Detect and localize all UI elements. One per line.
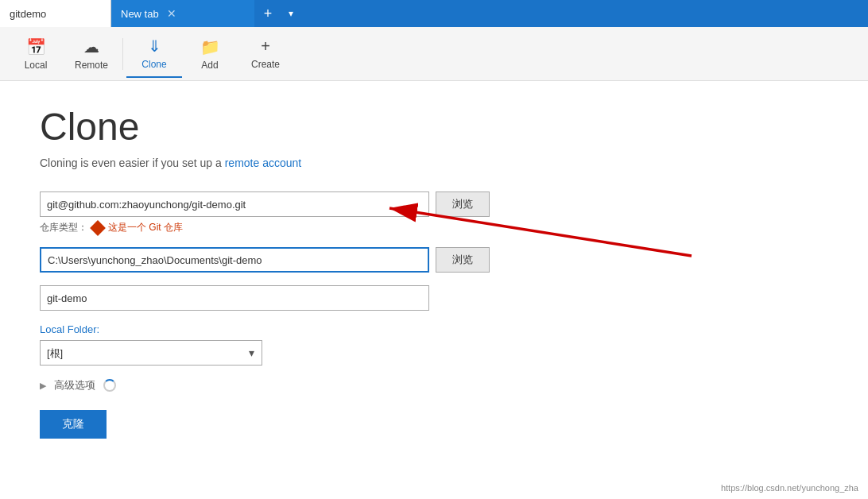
toolbar-remote[interactable]: ☁ Remote	[64, 30, 119, 78]
tab-add-button[interactable]: +	[254, 0, 281, 27]
add-icon: 📁	[200, 37, 220, 56]
footer-url: https://blog.csdn.net/yunchong_zha	[721, 483, 858, 493]
toolbar-clone[interactable]: ⇓ Clone	[126, 30, 182, 78]
page-title: Clone	[40, 105, 828, 149]
remote-icon: ☁	[83, 37, 99, 56]
local-folder-form-group: Local Folder: [根]	[40, 323, 828, 366]
local-path-input-row: 浏览	[40, 247, 828, 273]
local-folder-select-wrapper: [根]	[40, 340, 262, 366]
advanced-arrow-icon: ▶	[40, 381, 46, 391]
create-icon: +	[261, 37, 270, 56]
toolbar: 📅 Local ☁ Remote ⇓ Clone 📁 Add + Create	[0, 27, 868, 81]
repo-type-prefix: 仓库类型：	[40, 221, 87, 234]
title-bar: gitdemo New tab ✕ + ▾	[0, 0, 868, 27]
advanced-label: 高级选项	[54, 378, 95, 393]
remote-account-link[interactable]: remote account	[225, 157, 302, 169]
tab-gitdemo[interactable]: gitdemo	[0, 0, 111, 27]
repo-type-info: 仓库类型： 这是一个 Git 仓库	[40, 221, 828, 234]
toolbar-local-label: Local	[25, 60, 48, 71]
git-diamond-icon	[90, 220, 106, 236]
toolbar-add[interactable]: 📁 Add	[182, 30, 238, 78]
repo-name-form-group	[40, 285, 828, 311]
clone-button[interactable]: 克隆	[40, 410, 107, 439]
url-input[interactable]	[40, 191, 429, 217]
clone-icon: ⇓	[148, 37, 161, 56]
subtitle-text: Cloning is even easier if you set up a	[40, 157, 222, 169]
toolbar-add-label: Add	[201, 60, 218, 71]
url-form-group: 浏览 仓库类型： 这是一个 Git 仓库	[40, 191, 828, 234]
subtitle: Cloning is even easier if you set up a r…	[40, 157, 828, 169]
local-folder-label: Local Folder:	[40, 323, 828, 335]
tab-gitdemo-label: gitdemo	[10, 8, 46, 20]
tab-close-button[interactable]: ✕	[167, 7, 176, 20]
local-path-input[interactable]	[40, 247, 429, 273]
browse-path-button[interactable]: 浏览	[436, 247, 490, 273]
toolbar-divider	[122, 38, 123, 70]
advanced-options-row[interactable]: ▶ 高级选项	[40, 378, 828, 393]
toolbar-clone-label: Clone	[141, 59, 166, 70]
tab-newtab-label: New tab	[121, 8, 159, 20]
repo-type-label: 这是一个 Git 仓库	[108, 221, 183, 234]
browse-url-button[interactable]: 浏览	[436, 191, 490, 217]
tab-dropdown-button[interactable]: ▾	[281, 0, 300, 27]
tab-newtab[interactable]: New tab ✕	[111, 0, 254, 27]
toolbar-remote-label: Remote	[75, 60, 108, 71]
local-path-form-group: 浏览	[40, 247, 828, 273]
repo-name-input[interactable]	[40, 285, 429, 311]
toolbar-local[interactable]: 📅 Local	[8, 30, 64, 78]
toolbar-create-label: Create	[251, 59, 280, 70]
toolbar-create[interactable]: + Create	[238, 30, 293, 78]
loading-spinner	[103, 379, 116, 392]
local-icon: 📅	[26, 37, 46, 56]
main-content: Clone Cloning is even easier if you set …	[0, 81, 868, 462]
local-folder-select[interactable]: [根]	[40, 340, 262, 366]
url-input-row: 浏览	[40, 191, 828, 217]
